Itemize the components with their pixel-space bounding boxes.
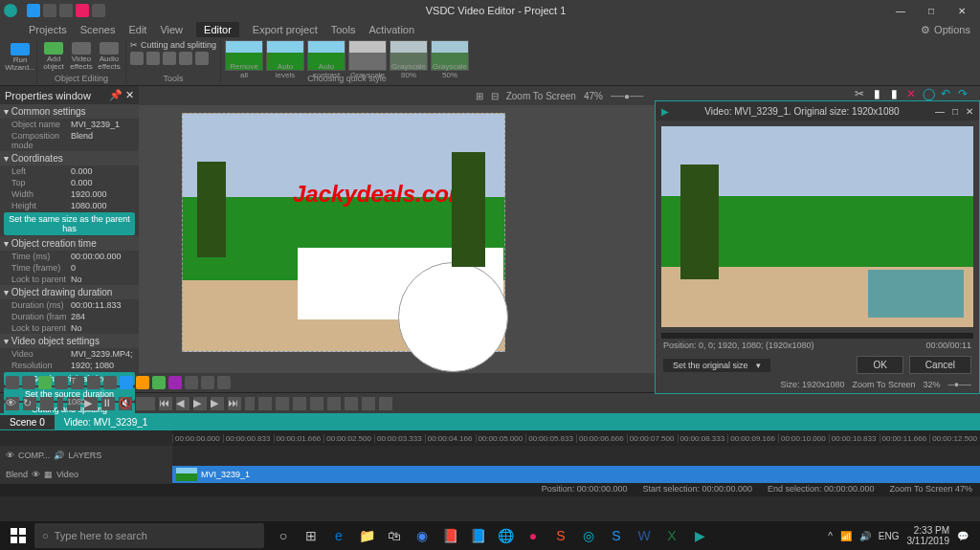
tool-icon[interactable] <box>103 376 117 389</box>
word-icon[interactable]: W <box>631 523 657 548</box>
zoom-value[interactable]: 47% <box>584 91 603 101</box>
loop-icon[interactable]: ↻ <box>23 397 36 410</box>
skip-end-icon[interactable]: ⏭ <box>228 397 241 410</box>
next-icon[interactable]: ▶ <box>211 397 224 410</box>
tool-icon[interactable] <box>38 376 52 389</box>
section-video[interactable]: ▾ Video object settings <box>0 334 139 348</box>
video-effects-button[interactable]: Video effects <box>69 42 94 71</box>
tool-icon[interactable] <box>22 376 35 389</box>
app-icon[interactable]: ◉ <box>409 523 435 548</box>
eye-icon[interactable]: 👁 <box>6 397 19 410</box>
notifications-icon[interactable]: 💬 <box>957 531 969 541</box>
set-parent-size-button[interactable]: Set the same size as the parent has <box>4 212 135 235</box>
maximize-button[interactable]: □ <box>917 2 946 19</box>
menu-view[interactable]: View <box>160 24 183 35</box>
timeline-ruler[interactable]: 00:00:00.00000:00:00.83300:00:01.66600:0… <box>172 430 980 446</box>
pin-icon[interactable]: 📌 ✕ <box>109 89 134 101</box>
mute-icon[interactable]: 🔇 <box>119 397 132 410</box>
ok-button[interactable]: OK <box>857 356 902 374</box>
zoom-slider[interactable]: ─●── <box>947 380 971 389</box>
tool-icon[interactable] <box>40 397 54 410</box>
canvas-video-object[interactable]: Jackydeals.com <box>182 113 505 352</box>
tool-icon[interactable]: ▮ <box>869 86 884 101</box>
undo-icon[interactable]: ↶ <box>938 86 953 101</box>
menu-export[interactable]: Export project <box>253 24 318 35</box>
prev-icon[interactable]: ◀ <box>176 397 189 410</box>
tray-date[interactable]: 3/11/2019 <box>907 536 950 546</box>
tool-icon[interactable] <box>327 397 341 410</box>
options-link[interactable]: Options <box>934 24 970 35</box>
chrome-icon[interactable]: 🌐 <box>492 523 519 548</box>
size-dropdown[interactable]: Set the original size▾ <box>663 359 770 372</box>
skip-start-icon[interactable]: ⏮ <box>159 397 172 410</box>
zoom-pct[interactable]: 32% <box>923 380 940 389</box>
fps-selector[interactable]: 1080p <box>67 397 80 410</box>
tray-volume-icon[interactable]: 🔊 <box>859 531 871 541</box>
tool-icon[interactable] <box>6 376 19 389</box>
taskview-icon[interactable]: ⊞ <box>298 523 324 548</box>
save-icon[interactable] <box>59 4 73 17</box>
tool-icon[interactable] <box>120 376 133 389</box>
tray-time[interactable]: 2:33 PM <box>907 525 950 536</box>
close-red-icon[interactable]: ✕ <box>903 86 919 101</box>
tray-icon[interactable]: 📶 <box>840 531 852 541</box>
qat-icon[interactable] <box>76 4 89 17</box>
tool-icon[interactable] <box>195 52 209 65</box>
tool-icon[interactable]: ▮ <box>886 86 902 101</box>
tab-scene[interactable]: Scene 0 <box>0 415 55 429</box>
app-icon[interactable]: 📕 <box>436 523 463 548</box>
vsdc-icon[interactable]: ▶ <box>686 523 713 548</box>
store-icon[interactable]: 🛍 <box>381 523 408 548</box>
tool-icon[interactable] <box>258 397 272 410</box>
tool-icon[interactable] <box>146 52 160 65</box>
timeline-clip[interactable]: MVI_3239_1 <box>172 466 980 483</box>
edge-icon[interactable]: e <box>325 523 352 548</box>
close-button[interactable]: ✕ <box>947 2 976 19</box>
style-remove-all[interactable]: Remove all <box>225 40 263 71</box>
style-grayscale-80[interactable]: Grayscale 80% <box>390 40 428 71</box>
search-box[interactable]: ○Type here to search <box>34 523 264 548</box>
tool-icon[interactable] <box>136 376 149 389</box>
minimize-icon[interactable]: — <box>935 106 945 117</box>
section-creation[interactable]: ▾ Object creation time <box>0 236 139 251</box>
tool-icon[interactable] <box>185 376 198 389</box>
excel-icon[interactable]: X <box>658 523 685 548</box>
app-icon[interactable]: 📘 <box>464 523 491 548</box>
tool-icon[interactable] <box>217 376 231 389</box>
run-wizard-button[interactable]: Run Wizard... <box>8 43 33 72</box>
menu-editor[interactable]: Editor <box>196 22 239 37</box>
section-duration[interactable]: ▾ Object drawing duration <box>0 285 139 299</box>
tool-icon[interactable] <box>152 376 166 389</box>
minimize-button[interactable]: — <box>886 2 915 19</box>
section-common[interactable]: ▾ Common settings <box>0 104 139 119</box>
tool-icon[interactable] <box>276 397 289 410</box>
preview-image[interactable] <box>661 126 973 327</box>
align-icon[interactable]: ⊞ <box>476 91 483 101</box>
redo-icon[interactable]: ↷ <box>955 86 970 101</box>
cancel-button[interactable]: Cancel <box>909 356 971 374</box>
tool-icon[interactable] <box>168 376 182 389</box>
menu-activation[interactable]: Activation <box>368 24 414 35</box>
app-icon[interactable]: ● <box>520 523 546 548</box>
align-icon[interactable]: ⊟ <box>491 91 499 101</box>
tool-icon[interactable] <box>163 52 176 65</box>
tool-icon[interactable] <box>55 376 68 389</box>
new-icon[interactable] <box>27 4 40 17</box>
tool-icon[interactable] <box>310 397 323 410</box>
tool-icon[interactable] <box>362 397 375 410</box>
audio-effects-button[interactable]: Audio effects <box>97 42 122 71</box>
start-button[interactable] <box>4 523 33 548</box>
close-icon[interactable]: ✕ <box>966 106 973 117</box>
pause-icon[interactable]: ⏸ <box>101 397 115 410</box>
menu-tools[interactable]: Tools <box>331 24 356 35</box>
app-icon[interactable]: ◎ <box>575 523 602 548</box>
tool-icon[interactable] <box>179 52 192 65</box>
open-icon[interactable] <box>43 4 56 17</box>
style-grayscale[interactable]: Grayscale <box>348 40 387 71</box>
skype-icon[interactable]: S <box>603 523 630 548</box>
tray-up-icon[interactable]: ^ <box>828 531 833 541</box>
cut-icon[interactable]: ✂ <box>852 86 867 101</box>
qat-icon[interactable] <box>92 4 105 17</box>
style-auto-levels[interactable]: Auto levels <box>266 40 304 71</box>
style-auto-contrast[interactable]: Auto contrast <box>307 40 345 71</box>
